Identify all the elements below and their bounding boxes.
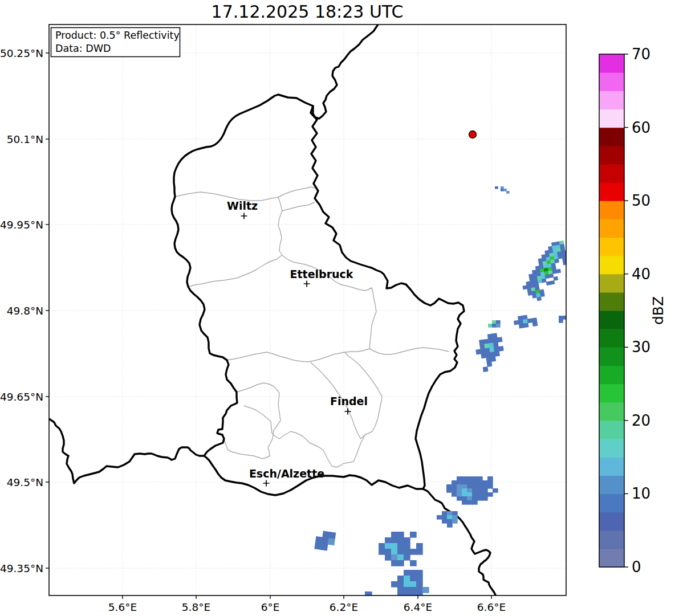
y-tick-label: 50.25°N [0,47,43,59]
radar-site-dot [469,131,477,138]
colorbar-segment [599,512,624,531]
colorbar-tick-label: 20 [632,412,650,429]
y-tick-label: 49.8°N [7,305,43,317]
colorbar-segment [599,164,624,183]
colorbar-segment [599,109,624,128]
colorbar-tick-label: 50 [632,192,650,209]
colorbar-axis-label: dBZ [650,296,666,325]
colorbar-segment [599,493,624,512]
colorbar-segment [599,475,624,494]
x-tick-label: 6.2°E [330,601,358,613]
colorbar-tick-label: 60 [632,119,650,136]
colorbar-segment [599,292,624,311]
x-tick-label: 5.6°E [108,601,137,613]
figure-background [0,0,675,616]
colorbar-segment [599,91,624,109]
city-label: Wiltz [227,199,258,212]
colorbar-tick-label: 0 [632,558,641,576]
map-title: 17.12.2025 18:23 UTC [212,2,404,22]
colorbar-segment [599,439,624,458]
colorbar-segment [599,365,624,384]
colorbar-segment [599,402,624,421]
colorbar-segment [599,201,624,219]
colorbar-segment [599,329,624,348]
y-tick-label: 50.1°N [7,133,43,145]
colorbar-segment [599,182,624,201]
colorbar-segment [599,421,624,439]
city-label: Ettelbruck [290,268,353,280]
y-tick-label: 49.35°N [0,562,43,574]
colorbar-segment [599,274,624,293]
colorbar-segment [599,531,624,549]
info-box: Product: 0.5° Reflectivity Data: DWD [51,28,180,57]
x-tick-label: 6.4°E [404,601,432,613]
colorbar-segment [599,219,624,238]
colorbar-segment [599,347,624,366]
colorbar-tick-label: 30 [632,338,650,356]
colorbar-segment [599,256,624,275]
colorbar-segment [599,457,624,476]
colorbar-tick-label: 10 [632,485,650,502]
info-box-source: Data: DWD [55,43,111,54]
colorbar-segment [599,128,624,146]
info-box-product: Product: 0.5° Reflectivity [55,30,180,41]
colorbar-segment [599,549,624,568]
y-tick-label: 49.65°N [0,391,43,403]
x-tick-label: 6°E [261,601,280,613]
x-tick-label: 5.8°E [182,601,210,613]
radar-map-figure: 17.12.2025 18:23 UTC WiltzEttelbruckFind… [0,0,675,616]
city-label: Findel [330,395,368,407]
colorbar-segment [599,146,624,165]
colorbar-segment [599,311,624,329]
city-label: Esch/Alzette [249,467,324,480]
colorbar-segment [599,384,624,403]
colorbar-segment [599,237,624,256]
x-tick-label: 6.6°E [477,601,506,613]
colorbar-tick-label: 40 [632,266,650,283]
colorbar-segment [599,72,624,91]
colorbar-segment [599,54,624,73]
y-tick-label: 49.95°N [0,219,43,231]
colorbar-tick-label: 70 [632,46,650,63]
y-tick-label: 49.5°N [7,476,43,488]
map-overlay [469,131,477,138]
